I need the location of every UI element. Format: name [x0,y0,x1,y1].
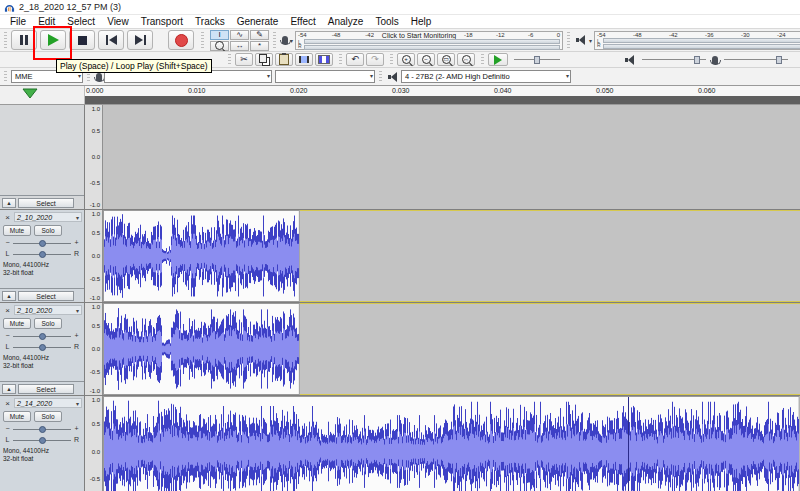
zoom-tool[interactable] [210,41,229,51]
toolbar-grip[interactable] [4,32,7,47]
zoom-in-button[interactable] [397,53,415,66]
gain-slider-thumb[interactable] [39,333,46,340]
toolbar-grip[interactable] [567,32,570,47]
gain-slider[interactable]: −+ [0,423,84,434]
skip-to-start-button[interactable] [98,30,124,50]
play-head-marker-icon[interactable] [22,88,38,99]
undo-button[interactable]: ↶ [346,53,364,66]
select-button[interactable]: Select [18,384,74,394]
vertical-scale-ruler[interactable]: 1.00.50.0-0.5-1.0 [85,396,103,491]
menu-item-file[interactable]: File [4,16,32,27]
collapse-button[interactable]: ▲ [2,384,16,394]
recording-channels-select[interactable]: ▾ [275,70,375,83]
waveform-area[interactable] [103,210,800,302]
record-button[interactable] [168,30,194,50]
collapse-button[interactable]: ▲ [2,291,16,301]
stop-button[interactable] [69,30,95,50]
envelope-tool[interactable]: ∿ [230,30,249,40]
menu-item-help[interactable]: Help [405,16,438,27]
track-name-dropdown[interactable]: 2_10_2020▾ [14,212,82,222]
track-control-panel[interactable]: ▲ Select [0,105,85,209]
recording-meter[interactable]: -54-48-42 Click to Start Monitoring -18-… [295,31,563,50]
meter-dropdown-icon[interactable]: ▾ [589,37,592,44]
waveform-canvas[interactable] [103,303,800,395]
timeline-scrub-band[interactable] [85,96,800,104]
play-button[interactable] [40,30,66,50]
pause-button[interactable] [11,30,37,50]
track-control-panel[interactable]: × 2_10_2020▾ Mute Solo −+ LR Mono, 44100… [0,303,85,395]
track-close-button[interactable]: × [2,398,13,409]
waveform-canvas[interactable] [103,210,800,302]
gain-slider[interactable]: −+ [0,237,84,248]
paste-button[interactable] [275,53,293,66]
waveform-area-empty[interactable] [103,105,800,209]
toolbar-grip[interactable] [273,32,276,47]
playback-device-select[interactable]: 4 - 27B2 (2- AMD High Definitio▾ [401,70,571,83]
menu-item-edit[interactable]: Edit [32,16,61,27]
menu-item-transport[interactable]: Transport [135,16,189,27]
menu-item-select[interactable]: Select [61,16,101,27]
select-button[interactable]: Select [18,198,74,208]
solo-button[interactable]: Solo [34,411,62,422]
zoom-selection-button[interactable] [437,53,455,66]
waveform-area[interactable] [103,303,800,395]
timeline-ruler[interactable]: 0.0000.0100.0200.0300.0400.0500.0600.070 [85,86,800,104]
output-volume-slider[interactable] [642,55,706,65]
track-close-button[interactable]: × [2,212,13,223]
waveform-area[interactable] [103,396,800,491]
time-shift-tool[interactable]: ↔ [230,41,249,51]
menu-item-analyze[interactable]: Analyze [322,16,370,27]
toolbar-grip[interactable] [481,54,484,65]
vertical-scale-ruler[interactable]: 1.00.50.0-0.5-1.0 [85,210,103,302]
multi-tool[interactable]: * [250,41,269,51]
play-at-speed-button[interactable] [488,53,508,66]
vertical-scale-ruler[interactable]: 1.00.50.0-0.5-1.0 [85,105,103,209]
copy-button[interactable] [255,53,273,66]
pan-slider[interactable]: LR [0,341,84,352]
timeline[interactable]: 0.0000.0100.0200.0300.0400.0500.0600.070 [0,86,800,105]
gain-slider[interactable]: −+ [0,330,84,341]
track-name-dropdown[interactable]: 2_14_2020▾ [14,398,82,408]
solo-button[interactable]: Solo [34,318,62,329]
trim-audio-button[interactable] [295,53,313,66]
toolbar-grip[interactable] [201,32,204,47]
pan-slider-thumb[interactable] [39,344,46,351]
track-close-button[interactable]: × [2,305,13,316]
pan-slider-thumb[interactable] [39,251,46,258]
gain-slider-thumb[interactable] [39,240,46,247]
toolbar-grip[interactable] [228,54,231,65]
toolbar-grip[interactable] [379,71,382,83]
selection-tool[interactable]: I [210,30,229,40]
gain-slider-thumb[interactable] [39,426,46,433]
menu-item-tracks[interactable]: Tracks [189,16,231,27]
track-name-dropdown[interactable]: 2_10_2020▾ [14,305,82,315]
playback-meter[interactable]: -54-48-42-36-30-24-18-12-60 LR [594,31,800,50]
track-control-panel[interactable]: × 2_14_2020▾ Mute Solo −+ LR Mono, 44100… [0,396,85,491]
zoom-fit-button[interactable] [457,53,475,66]
solo-button[interactable]: Solo [34,225,62,236]
play-speed-slider[interactable] [514,55,560,65]
mute-button[interactable]: Mute [3,225,31,236]
waveform-canvas[interactable] [103,396,800,491]
select-button[interactable]: Select [18,291,74,301]
pan-slider[interactable]: LR [0,434,84,445]
menu-item-effect[interactable]: Effect [284,16,321,27]
toolbar-grip[interactable] [339,54,342,65]
silence-audio-button[interactable] [315,53,333,66]
menu-item-tools[interactable]: Tools [369,16,404,27]
toolbar-grip[interactable] [4,71,7,83]
pan-slider-thumb[interactable] [39,437,46,444]
menu-item-view[interactable]: View [101,16,135,27]
menu-item-generate[interactable]: Generate [231,16,285,27]
draw-tool[interactable]: ✎ [250,30,269,40]
cut-button[interactable]: ✂ [235,53,253,66]
skip-to-end-button[interactable] [127,30,153,50]
vertical-scale-ruler[interactable]: 1.00.50.0-0.5-1.0 [85,303,103,395]
toolbar-grip[interactable] [390,54,393,65]
mute-button[interactable]: Mute [3,411,31,422]
track-control-panel[interactable]: × 2_10_2020▾ Mute Solo −+ LR Mono, 44100… [0,210,85,302]
pan-slider[interactable]: LR [0,248,84,259]
mute-button[interactable]: Mute [3,318,31,329]
redo-button[interactable]: ↷ [366,53,384,66]
input-volume-slider[interactable] [724,55,788,65]
